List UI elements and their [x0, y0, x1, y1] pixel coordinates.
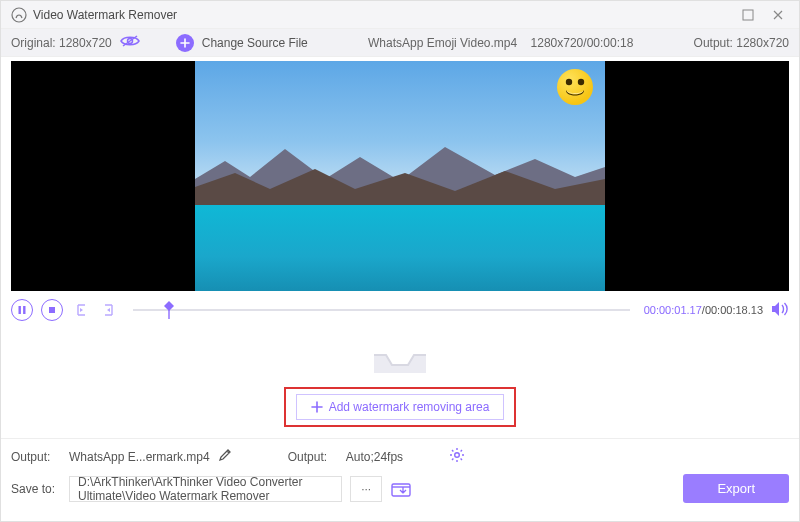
- save-to-label: Save to:: [11, 482, 61, 496]
- set-start-button[interactable]: [71, 300, 91, 320]
- emoji-watermark: [557, 69, 593, 105]
- time-display: 00:00:01.17/00:00:18.13: [644, 304, 763, 316]
- save-path-text: D:\ArkThinker\ArkThinker Video Converter…: [78, 475, 333, 503]
- preview-container: [1, 57, 799, 291]
- svg-rect-8: [168, 310, 169, 319]
- source-duration: 00:00:18: [587, 36, 634, 50]
- app-title: Video Watermark Remover: [33, 8, 733, 22]
- volume-button[interactable]: [771, 301, 789, 320]
- svg-rect-6: [23, 306, 25, 314]
- source-filename: WhatsApp Emoji Video.mp4: [368, 36, 517, 50]
- output-file-name: WhatsApp E...ermark.mp4: [69, 450, 210, 464]
- svg-rect-7: [49, 307, 55, 313]
- add-area-highlight: Add watermark removing area: [284, 387, 517, 427]
- rename-button[interactable]: [218, 448, 232, 465]
- output-resolution-label: Output: 1280x720: [694, 36, 789, 50]
- output-format-label: Output:: [288, 450, 338, 464]
- add-watermark-area-button[interactable]: Add watermark removing area: [296, 394, 505, 420]
- svg-rect-5: [19, 306, 21, 314]
- player-controls: 00:00:01.17/00:00:18.13: [1, 291, 799, 325]
- info-bar: Original: 1280x720 Change Source File Wh…: [1, 29, 799, 57]
- svg-point-4: [578, 79, 584, 85]
- pause-button[interactable]: [11, 299, 33, 321]
- bottom-panel: Output: WhatsApp E...ermark.mp4 Output: …: [1, 438, 799, 521]
- output-format-value: Auto;24fps: [346, 450, 403, 464]
- window-minimize-button[interactable]: [733, 1, 763, 29]
- plus-icon: [176, 34, 194, 52]
- svg-rect-10: [392, 484, 410, 496]
- save-path-field[interactable]: D:\ArkThinker\ArkThinker Video Converter…: [69, 476, 342, 502]
- watermark-panel: Add watermark removing area: [1, 325, 799, 438]
- stop-button[interactable]: [41, 299, 63, 321]
- export-button[interactable]: Export: [683, 474, 789, 503]
- seek-slider[interactable]: [133, 309, 630, 311]
- tray-icon: [370, 335, 430, 377]
- svg-rect-1: [743, 10, 753, 20]
- svg-point-3: [566, 79, 572, 85]
- open-folder-button[interactable]: [390, 478, 412, 500]
- set-end-button[interactable]: [99, 300, 119, 320]
- format-settings-button[interactable]: [449, 447, 465, 466]
- window-close-button[interactable]: [763, 1, 793, 29]
- plus-icon: [311, 401, 323, 413]
- original-resolution-label: Original: 1280x720: [11, 36, 112, 50]
- titlebar: Video Watermark Remover: [1, 1, 799, 29]
- add-area-label: Add watermark removing area: [329, 400, 490, 414]
- current-time: 00:00:01.17: [644, 304, 702, 316]
- app-icon: [11, 7, 27, 23]
- app-window: Video Watermark Remover Original: 1280x7…: [0, 0, 800, 522]
- seek-handle-icon[interactable]: [163, 301, 175, 319]
- video-frame: [195, 61, 605, 291]
- video-preview[interactable]: [11, 61, 789, 291]
- svg-point-9: [455, 453, 460, 458]
- source-resolution: 1280x720: [531, 36, 584, 50]
- preview-visibility-icon[interactable]: [120, 34, 140, 51]
- change-source-button[interactable]: Change Source File: [202, 36, 308, 50]
- browse-button[interactable]: ···: [350, 476, 382, 502]
- source-info: WhatsApp Emoji Video.mp4 1280x720/00:00:…: [316, 36, 686, 50]
- output-file-label: Output:: [11, 450, 61, 464]
- total-duration: /00:00:18.13: [702, 304, 763, 316]
